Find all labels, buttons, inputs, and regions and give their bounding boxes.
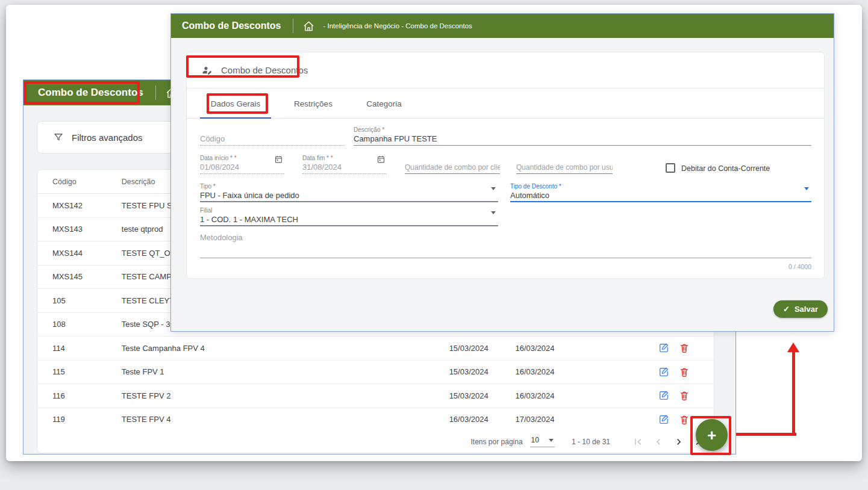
dropdown-icon <box>804 187 809 190</box>
delete-icon[interactable] <box>679 390 690 401</box>
form-card-header: Combo de Descontos <box>187 52 824 88</box>
data-inicio-label: Data início * * <box>200 155 284 162</box>
calendar-icon[interactable] <box>274 155 283 164</box>
edit-icon[interactable] <box>658 390 669 401</box>
tipo-value: FPU - Faixa única de pedido <box>200 190 498 202</box>
debitar-checkbox[interactable] <box>666 163 675 173</box>
annotation-arrow-vertical <box>792 352 795 436</box>
cell-codigo: MXS144 <box>37 249 122 258</box>
metodologia-field[interactable]: Metodologia <box>200 233 811 258</box>
modal-window: Combo de Descontos - Inteligência de Neg… <box>170 13 834 332</box>
descricao-field[interactable]: Descrição * Campanha FPU TESTE <box>354 126 811 146</box>
qtd-combo-cliente-field[interactable]: Quantidade de combo por clien... <box>405 162 500 174</box>
first-page-icon[interactable] <box>629 433 646 450</box>
cell-data-fim: 16/03/2024 <box>515 344 581 353</box>
next-page-icon[interactable] <box>670 433 687 450</box>
tipo-desconto-label: Tipo de Desconto * <box>510 183 811 190</box>
items-per-page-label: Itens por página <box>471 438 523 446</box>
combo-form-card: Combo de Descontos Dados Gerais Restriçõ… <box>186 52 825 279</box>
filial-value: 1 - COD. 1 - MAXIMA TECH <box>200 214 498 226</box>
form-card-title: Combo de Descontos <box>221 65 308 75</box>
char-counter: 0 / 4000 <box>200 263 811 270</box>
cell-codigo: MXS143 <box>37 225 122 234</box>
data-fim-value: 31/08/2024 <box>302 162 387 174</box>
table-row[interactable]: 119 TESTE FPV 4 16/03/2024 17/03/2024 <box>37 408 714 432</box>
edit-icon[interactable] <box>658 367 669 377</box>
tab-restricoes[interactable]: Restrições <box>283 88 343 119</box>
codigo-label: Código <box>200 134 345 146</box>
row-actions <box>581 343 714 353</box>
filial-select[interactable]: Filial 1 - COD. 1 - MAXIMA TECH <box>200 207 498 226</box>
column-header-codigo: Código <box>37 178 122 186</box>
cell-codigo: MXS142 <box>37 201 122 210</box>
tipo-desconto-value: Automático <box>510 190 811 202</box>
cell-codigo: 114 <box>37 344 122 353</box>
window-title: Combo de Descontos <box>38 87 143 99</box>
tab-dados-gerais[interactable]: Dados Gerais <box>200 88 271 119</box>
check-icon: ✓ <box>783 305 790 314</box>
qtd-combo-usuario-field[interactable]: Quantidade de combo por usuário <box>516 162 613 174</box>
table-row[interactable]: 115 Teste FPV 1 15/03/2024 16/03/2024 <box>37 361 714 385</box>
table-row[interactable]: 114 Teste Campanha FPV 4 15/03/2024 16/0… <box>37 336 714 361</box>
cell-data-inicio: 15/03/2024 <box>449 391 516 400</box>
dropdown-icon <box>549 439 554 442</box>
data-fim-field: Data fim * * 31/08/2024 <box>302 155 387 174</box>
tab-categoria[interactable]: Categoria <box>352 88 416 119</box>
tipo-select[interactable]: Tipo * FPU - Faixa única de pedido <box>200 183 498 202</box>
filial-label: Filial <box>200 207 498 214</box>
save-button[interactable]: ✓ Salvar <box>773 300 828 318</box>
prev-page-icon[interactable] <box>650 433 667 450</box>
cell-codigo: 119 <box>37 415 122 424</box>
cell-data-fim: 17/03/2024 <box>515 415 581 424</box>
delete-icon[interactable] <box>679 343 690 353</box>
cell-codigo: 116 <box>37 391 122 400</box>
add-icon: + <box>707 427 716 443</box>
pagination-range: 1 - 10 de 31 <box>572 438 610 446</box>
annotation-arrow-horizontal <box>736 433 796 436</box>
cell-data-inicio: 15/03/2024 <box>449 367 516 376</box>
dropdown-icon <box>491 187 496 190</box>
modal-title: Combo de Descontos <box>182 20 281 31</box>
header-divider <box>293 19 293 33</box>
cell-data-fim: 16/03/2024 <box>515 391 581 400</box>
tipo-desconto-select[interactable]: Tipo de Desconto * Automático <box>510 183 811 202</box>
table-row[interactable]: 116 TESTE FPV 2 15/03/2024 16/03/2024 <box>37 384 714 408</box>
annotation-arrow-head <box>787 343 799 352</box>
advanced-filters-label: Filtros avançados <box>72 132 143 143</box>
row-actions <box>581 414 714 425</box>
metodologia-label: Metodologia <box>200 233 811 242</box>
app-canvas: Combo de Descontos Filtros avançados Cód… <box>6 5 862 461</box>
cell-descricao: Teste FPV 1 <box>122 367 449 376</box>
descricao-label: Descrição * <box>354 126 811 134</box>
cell-codigo: MXS145 <box>37 272 122 281</box>
dropdown-icon <box>491 211 496 214</box>
cell-data-inicio: 15/03/2024 <box>449 344 516 353</box>
cell-descricao: TESTE FPV 2 <box>122 391 449 400</box>
calendar-icon[interactable] <box>376 155 386 164</box>
filter-icon <box>53 132 64 143</box>
row-actions <box>581 367 714 377</box>
delete-icon[interactable] <box>679 367 690 377</box>
person-edit-icon <box>201 64 213 76</box>
cell-codigo: 108 <box>37 320 122 329</box>
save-button-label: Salvar <box>795 305 818 314</box>
active-tab-indicator <box>200 117 271 119</box>
home-icon[interactable] <box>303 20 314 32</box>
tipo-label: Tipo * <box>200 183 498 190</box>
cell-data-inicio: 16/03/2024 <box>449 415 516 424</box>
debitar-label: Debitar do Conta-Corrente <box>681 164 770 173</box>
items-per-page-select[interactable]: 10 <box>530 436 555 447</box>
add-combo-button[interactable]: + <box>696 419 728 451</box>
edit-icon[interactable] <box>658 343 669 353</box>
cell-codigo: 105 <box>37 296 122 305</box>
items-per-page-value: 10 <box>531 436 539 444</box>
cell-descricao: TESTE FPV 4 <box>122 415 449 424</box>
modal-header: Combo de Descontos - Inteligência de Neg… <box>171 14 834 38</box>
header-divider <box>155 85 156 100</box>
qtd-combo-cliente-placeholder: Quantidade de combo por clien... <box>405 162 500 174</box>
descricao-value: Campanha FPU TESTE <box>354 134 811 146</box>
breadcrumb: - Inteligência de Negócio - Combo de Des… <box>323 22 472 29</box>
delete-icon[interactable] <box>679 414 690 425</box>
edit-icon[interactable] <box>658 414 669 425</box>
data-inicio-field: Data início * * 01/08/2024 <box>200 155 284 174</box>
